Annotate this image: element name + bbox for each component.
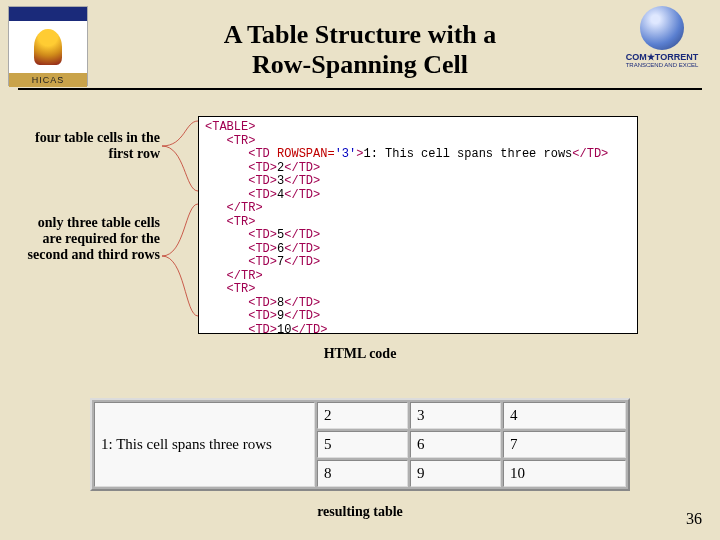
logo-right: COM★TORRENT TRANSCEND AND EXCEL bbox=[612, 6, 712, 66]
result-table-wrap: 1: This cell spans three rows2345678910 bbox=[90, 398, 630, 491]
globe-icon bbox=[640, 6, 684, 50]
table-cell: 8 bbox=[317, 460, 408, 487]
slide-title: A Table Structure with a Row-Spanning Ce… bbox=[120, 20, 600, 80]
slide: HICAS COM★TORRENT TRANSCEND AND EXCEL A … bbox=[0, 0, 720, 540]
logo-right-subtitle: TRANSCEND AND EXCEL bbox=[612, 62, 712, 68]
title-line1: A Table Structure with a bbox=[224, 20, 497, 49]
table-cell: 3 bbox=[410, 402, 501, 429]
caption-resulting-table: resulting table bbox=[0, 504, 720, 520]
table-cell: 9 bbox=[410, 460, 501, 487]
code-block: <TABLE> <TR> <TD ROWSPAN='3'>1: This cel… bbox=[198, 116, 638, 334]
caption-html-code: HTML code bbox=[0, 346, 720, 362]
logo-left-caption: HICAS bbox=[9, 73, 87, 87]
callout-other-rows: only three table cells are required for … bbox=[20, 215, 160, 263]
table-cell: 10 bbox=[503, 460, 626, 487]
flame-icon bbox=[9, 21, 87, 73]
callout-first-row: four table cells in the first row bbox=[20, 130, 160, 162]
title-line2: Row-Spanning Cell bbox=[252, 50, 468, 79]
result-table: 1: This cell spans three rows2345678910 bbox=[90, 398, 630, 491]
table-cell: 7 bbox=[503, 431, 626, 458]
page-number: 36 bbox=[686, 510, 702, 528]
title-underline bbox=[18, 88, 702, 90]
table-cell: 5 bbox=[317, 431, 408, 458]
logo-left: HICAS bbox=[8, 6, 88, 86]
bracket-icon bbox=[160, 116, 200, 336]
span-cell: 1: This cell spans three rows bbox=[94, 402, 315, 487]
table-cell: 6 bbox=[410, 431, 501, 458]
logo-top-band bbox=[9, 7, 87, 21]
table-cell: 4 bbox=[503, 402, 626, 429]
logo-right-title: COM★TORRENT bbox=[612, 52, 712, 62]
table-cell: 2 bbox=[317, 402, 408, 429]
